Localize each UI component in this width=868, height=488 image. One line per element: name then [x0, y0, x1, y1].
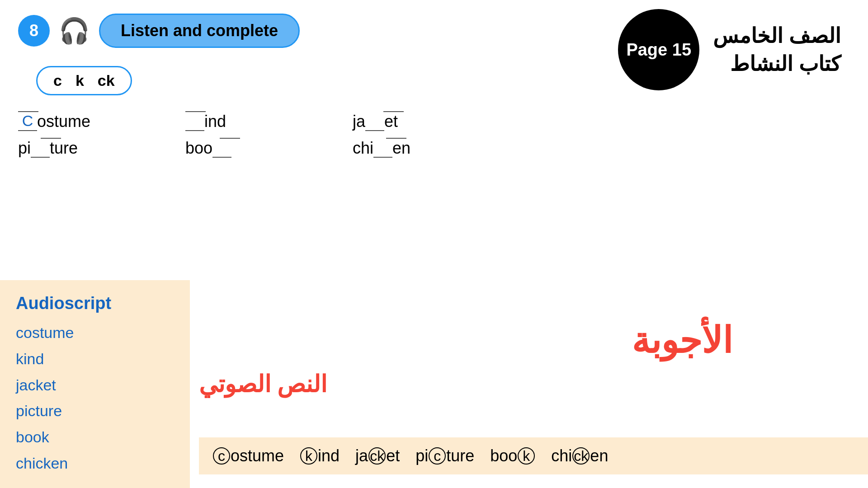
answer-costume: costume — [212, 446, 284, 465]
audioscript-word-5: book — [16, 424, 174, 450]
arabic-title-1: الصف الخامس — [713, 23, 841, 48]
letter-ck: ck — [98, 72, 115, 89]
jacket-before: ja — [353, 112, 365, 131]
answer-kind: kind — [300, 446, 340, 465]
circle-k: k — [300, 447, 317, 465]
top-right-info: Page 15 الصف الخامس كتاب النشاط — [618, 9, 841, 90]
audioscript-word-4: picture — [16, 398, 174, 424]
headphone-icon: 🎧 — [59, 19, 90, 43]
word-chicken: chi _ en — [353, 138, 511, 158]
exercise-number: 8 — [18, 15, 50, 47]
word-costume: C ostume — [18, 111, 176, 131]
circle-c: c — [213, 447, 230, 465]
letter-c: c — [53, 72, 62, 89]
page-circle: Page 15 — [618, 9, 699, 90]
word-kind: _ ind — [185, 111, 344, 131]
audioscript-title: Audioscript — [16, 294, 174, 313]
circle-ck-jacket: ck — [368, 447, 386, 465]
audioscript-word-2: kind — [16, 346, 174, 372]
answer-chicken: chicken — [551, 446, 608, 465]
chicken-before: chi — [353, 139, 373, 158]
arabic-audio-label: النص الصوتي — [199, 371, 327, 398]
answer-jacket: jacket — [355, 446, 400, 465]
circle-c-picture: c — [429, 447, 446, 465]
audioscript-word-1: costume — [16, 320, 174, 346]
kind-rest: ind — [204, 112, 226, 131]
answers-label: الأجوبة — [632, 319, 732, 361]
circle-ck-chicken: ck — [572, 447, 590, 465]
word-picture: pi _ ture — [18, 138, 176, 158]
picture-before: pi — [18, 139, 31, 158]
answers-row: costume kind jacket picture book chicken — [199, 437, 868, 474]
audioscript-section: Audioscript costume kind jacket picture … — [0, 280, 190, 488]
word-book: boo _ — [185, 138, 344, 158]
picture-after: ture — [50, 139, 78, 158]
words-grid: C ostume _ ind ja _ et — [18, 111, 850, 158]
letter-k: k — [75, 72, 84, 89]
audioscript-word-3: jacket — [16, 372, 174, 399]
exercise-title: Listen and complete — [99, 14, 300, 48]
chicken-after: en — [392, 139, 410, 158]
circle-k-book: k — [518, 447, 535, 465]
arabic-title-2: كتاب النشاط — [730, 52, 841, 76]
jacket-after: et — [384, 112, 398, 131]
arabic-labels: الصف الخامس كتاب النشاط — [713, 23, 841, 76]
letters-box: c k ck — [36, 66, 132, 95]
audioscript-word-6: chicken — [16, 450, 174, 477]
word-jacket: ja _ et — [353, 111, 511, 131]
answer-book: book — [490, 446, 535, 465]
book-before: boo — [185, 139, 212, 158]
costume-rest: ostume — [37, 112, 90, 131]
answer-picture: picture — [415, 446, 474, 465]
